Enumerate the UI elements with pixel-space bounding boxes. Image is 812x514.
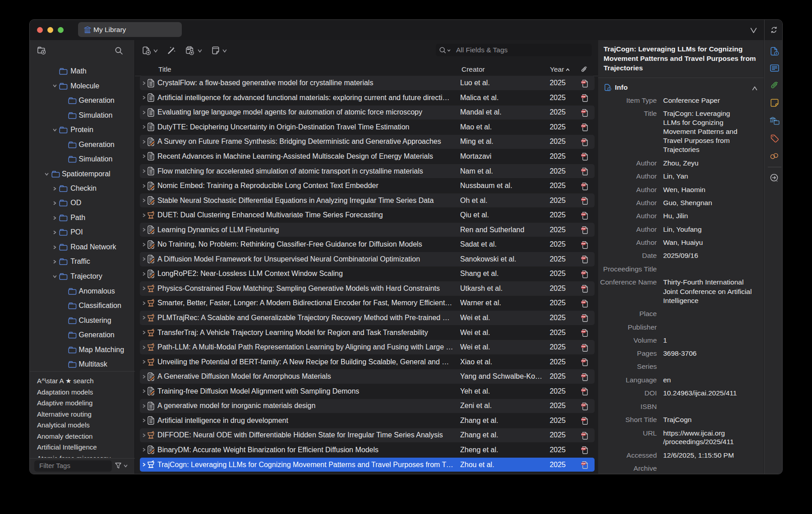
svg-text:PDF: PDF <box>581 375 586 377</box>
svg-text:PDF: PDF <box>581 155 586 157</box>
svg-text:PDF: PDF <box>581 228 586 230</box>
svg-text:PDF: PDF <box>581 213 586 216</box>
svg-text:PDF: PDF <box>581 169 586 171</box>
svg-text:PDF: PDF <box>581 448 586 450</box>
svg-text:PDF: PDF <box>581 198 586 201</box>
svg-text:PDF: PDF <box>581 272 586 274</box>
svg-text:PDF: PDF <box>581 110 586 113</box>
svg-text:PDF: PDF <box>581 418 586 421</box>
svg-text:PDF: PDF <box>581 125 586 127</box>
svg-text:PDF: PDF <box>581 389 586 391</box>
svg-text:PDF: PDF <box>581 81 586 83</box>
svg-text:PDF: PDF <box>581 301 586 303</box>
svg-text:PDF: PDF <box>581 286 586 289</box>
svg-text:PDF: PDF <box>581 404 586 406</box>
svg-text:PDF: PDF <box>581 345 586 348</box>
svg-text:PDF: PDF <box>581 184 586 186</box>
svg-text:PDF: PDF <box>581 140 586 142</box>
svg-text:PDF: PDF <box>581 257 586 259</box>
svg-text:PDF: PDF <box>581 96 586 98</box>
svg-text:PDF: PDF <box>581 243 586 245</box>
svg-text:PDF: PDF <box>581 330 586 333</box>
svg-text:PDF: PDF <box>581 316 586 318</box>
svg-text:PDF: PDF <box>581 463 586 465</box>
svg-text:PDF: PDF <box>581 360 586 362</box>
svg-text:PDF: PDF <box>581 433 586 436</box>
